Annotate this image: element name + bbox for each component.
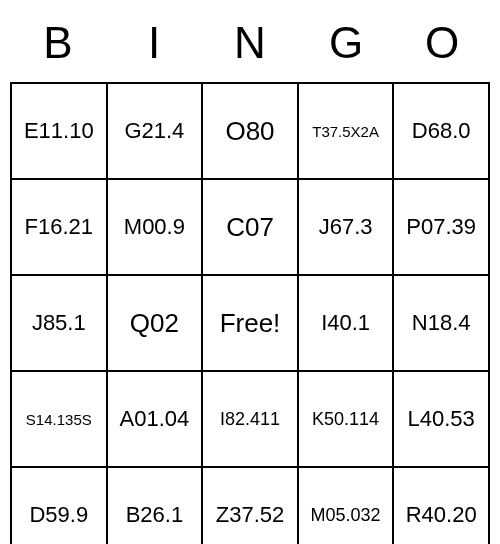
bingo-cell[interactable]: Z37.52 [202, 467, 298, 544]
bingo-cell[interactable]: T37.5X2A [298, 83, 394, 179]
bingo-cell-free[interactable]: Free! [202, 275, 298, 371]
bingo-cell[interactable]: M00.9 [107, 179, 203, 275]
bingo-cell[interactable]: I40.1 [298, 275, 394, 371]
bingo-cell[interactable]: F16.21 [11, 179, 107, 275]
bingo-cell[interactable]: L40.53 [393, 371, 489, 467]
header-g: G [298, 10, 394, 80]
header-b: B [10, 10, 106, 80]
bingo-cell[interactable]: S14.135S [11, 371, 107, 467]
bingo-cell[interactable]: P07.39 [393, 179, 489, 275]
bingo-cell[interactable]: N18.4 [393, 275, 489, 371]
bingo-header-row: B I N G O [10, 10, 490, 80]
bingo-cell[interactable]: G21.4 [107, 83, 203, 179]
bingo-cell[interactable]: D59.9 [11, 467, 107, 544]
bingo-cell[interactable]: Q02 [107, 275, 203, 371]
bingo-cell[interactable]: E11.10 [11, 83, 107, 179]
bingo-cell[interactable]: M05.032 [298, 467, 394, 544]
header-n: N [202, 10, 298, 80]
bingo-cell[interactable]: R40.20 [393, 467, 489, 544]
bingo-cell[interactable]: C07 [202, 179, 298, 275]
bingo-card: B I N G O E11.10 G21.4 O80 T37.5X2A D68.… [10, 10, 490, 544]
header-i: I [106, 10, 202, 80]
bingo-grid: E11.10 G21.4 O80 T37.5X2A D68.0 F16.21 M… [10, 82, 490, 544]
bingo-cell[interactable]: K50.114 [298, 371, 394, 467]
bingo-cell[interactable]: D68.0 [393, 83, 489, 179]
bingo-cell[interactable]: B26.1 [107, 467, 203, 544]
header-o: O [394, 10, 490, 80]
bingo-cell[interactable]: J85.1 [11, 275, 107, 371]
bingo-cell[interactable]: A01.04 [107, 371, 203, 467]
bingo-cell[interactable]: J67.3 [298, 179, 394, 275]
bingo-cell[interactable]: I82.411 [202, 371, 298, 467]
bingo-cell[interactable]: O80 [202, 83, 298, 179]
